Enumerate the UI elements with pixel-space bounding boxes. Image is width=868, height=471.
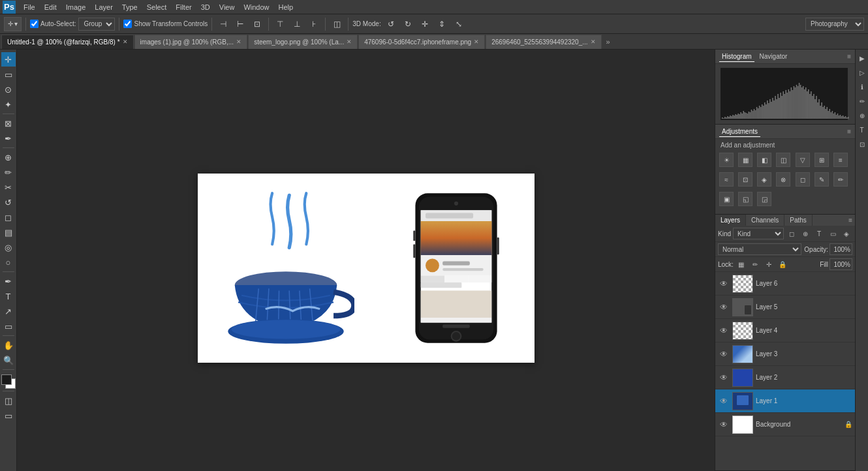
pen-tool[interactable]: ✒ bbox=[1, 274, 16, 288]
auto-align-btn[interactable]: ◫ bbox=[330, 17, 344, 31]
adj-threshold-btn[interactable]: ✏ bbox=[833, 172, 848, 187]
fill-input[interactable] bbox=[829, 258, 852, 270]
group-select[interactable]: Group bbox=[78, 18, 115, 31]
layer-item-5[interactable]: 👁 Layer 5 bbox=[715, 296, 855, 319]
crop-tool[interactable]: ⊠ bbox=[1, 116, 16, 130]
menu-file[interactable]: File bbox=[20, 2, 39, 12]
align-center-btn[interactable]: ⊢ bbox=[233, 17, 247, 31]
layer-filter-type-btn[interactable]: T bbox=[813, 228, 825, 239]
3d-slide-btn[interactable]: ⇕ bbox=[435, 17, 449, 31]
hand-tool[interactable]: ✋ bbox=[1, 338, 16, 352]
lock-position-btn[interactable]: ✛ bbox=[763, 258, 775, 270]
layer-item-3[interactable]: 👁 Layer 3 bbox=[715, 342, 855, 366]
menu-image[interactable]: Image bbox=[62, 2, 90, 12]
right-icon-type[interactable]: T bbox=[856, 124, 868, 136]
right-icon-collapse[interactable]: ▶ bbox=[856, 52, 868, 64]
menu-layer[interactable]: Layer bbox=[91, 2, 117, 12]
lock-all-btn[interactable]: 🔒 bbox=[777, 258, 788, 270]
layer-filter-pixel-btn[interactable]: ◻ bbox=[786, 228, 798, 239]
layer-6-visibility[interactable]: 👁 bbox=[718, 278, 730, 290]
color-swatches[interactable] bbox=[1, 374, 16, 389]
channels-tab[interactable]: Channels bbox=[746, 215, 784, 226]
layer-item-6[interactable]: 👁 Layer 6 bbox=[715, 272, 855, 296]
right-icon-path[interactable]: ⊡ bbox=[856, 138, 868, 150]
auto-select-input[interactable] bbox=[30, 20, 39, 28]
clone-tool[interactable]: ✂ bbox=[1, 180, 16, 194]
tab-3-close[interactable]: ✕ bbox=[474, 38, 479, 45]
adj-bw-btn[interactable]: ≈ bbox=[719, 172, 734, 187]
3d-roll-btn[interactable]: ↻ bbox=[401, 17, 415, 31]
adj-brightness-btn[interactable]: ☀ bbox=[719, 153, 734, 167]
adj-posterize-btn[interactable]: ✎ bbox=[814, 172, 829, 187]
tab-4-close[interactable]: ✕ bbox=[591, 38, 596, 45]
blur-tool[interactable]: ◎ bbox=[1, 240, 16, 254]
history-brush-tool[interactable]: ↺ bbox=[1, 195, 16, 209]
lock-image-btn[interactable]: ✏ bbox=[749, 258, 761, 270]
dodge-tool[interactable]: ○ bbox=[1, 255, 16, 269]
menu-view[interactable]: View bbox=[215, 2, 239, 12]
layer-5-visibility[interactable]: 👁 bbox=[718, 301, 730, 313]
tab-1[interactable]: images (1).jpg @ 100% (RGB,... ✕ bbox=[134, 35, 248, 49]
layer-item-4[interactable]: 👁 Layer 4 bbox=[715, 319, 855, 342]
menu-filter[interactable]: Filter bbox=[172, 2, 195, 12]
navigator-tab[interactable]: Navigator bbox=[757, 52, 790, 61]
kind-select[interactable]: Kind bbox=[733, 228, 784, 239]
tab-3[interactable]: 476096-0-5d6f4cc7.iphoneframe.png ✕ bbox=[358, 35, 485, 49]
tab-2[interactable]: steem_logo.png @ 100% (La... ✕ bbox=[248, 35, 358, 49]
3d-pan-btn[interactable]: ✛ bbox=[418, 17, 432, 31]
paths-tab[interactable]: Paths bbox=[784, 215, 813, 226]
layer-1-visibility[interactable]: 👁 bbox=[718, 395, 730, 407]
fg-color-swatch[interactable] bbox=[1, 374, 12, 385]
eyedropper-tool[interactable]: ✒ bbox=[1, 131, 16, 145]
type-tool[interactable]: T bbox=[1, 289, 16, 303]
show-transform-input[interactable] bbox=[123, 20, 132, 28]
align-right-btn[interactable]: ⊡ bbox=[250, 17, 264, 31]
screen-mode-btn[interactable]: ▭ bbox=[1, 408, 16, 423]
adj-channelmixer-btn[interactable]: ◈ bbox=[757, 172, 771, 187]
distribute-right-btn[interactable]: ⊦ bbox=[307, 17, 321, 31]
align-left-btn[interactable]: ⊣ bbox=[216, 17, 230, 31]
adj-photofilter-btn[interactable]: ⊡ bbox=[738, 172, 752, 187]
adj-colorbalance-btn[interactable]: ≡ bbox=[833, 153, 848, 167]
3d-rotate-btn[interactable]: ↺ bbox=[384, 17, 398, 31]
3d-scale-btn[interactable]: ⤡ bbox=[452, 17, 466, 31]
layers-tab[interactable]: Layers bbox=[715, 215, 746, 226]
adj-hue-btn[interactable]: ⊞ bbox=[814, 153, 829, 167]
layer-filter-smart-btn[interactable]: ◈ bbox=[841, 228, 852, 239]
adj-curves-btn[interactable]: ◧ bbox=[757, 153, 771, 167]
menu-window[interactable]: Window bbox=[240, 2, 273, 12]
layer-2-visibility[interactable]: 👁 bbox=[718, 372, 730, 384]
healing-tool[interactable]: ⊕ bbox=[1, 150, 16, 164]
right-icon-clone[interactable]: ⊕ bbox=[856, 110, 868, 121]
adj-colorlookup-btn[interactable]: ⊗ bbox=[776, 172, 790, 187]
adj-exposure-btn[interactable]: ◫ bbox=[776, 153, 790, 167]
adj-selective-btn[interactable]: ◱ bbox=[738, 192, 752, 206]
move-tool-btn[interactable]: ✛ ▾ bbox=[4, 17, 22, 31]
move-tool[interactable]: ✛ bbox=[1, 52, 16, 67]
tab-0-close[interactable]: ✕ bbox=[123, 38, 128, 45]
magic-wand-tool[interactable]: ✦ bbox=[1, 97, 16, 112]
menu-3d[interactable]: 3D bbox=[197, 2, 214, 12]
histogram-collapse[interactable]: ≡ bbox=[847, 53, 851, 60]
distribute-left-btn[interactable]: ⊤ bbox=[273, 17, 287, 31]
tab-4[interactable]: 26696460_525563994492320_... ✕ bbox=[486, 35, 601, 49]
canvas[interactable] bbox=[198, 174, 535, 363]
menu-type[interactable]: Type bbox=[118, 2, 142, 12]
right-icon-play[interactable]: ▷ bbox=[856, 67, 868, 78]
right-icon-brush[interactable]: ✏ bbox=[856, 95, 868, 107]
layer-item-1[interactable]: 👁 Layer 1 bbox=[715, 389, 855, 413]
layer-filter-adj-btn[interactable]: ⊕ bbox=[799, 228, 811, 239]
quick-mask-btn[interactable]: ◫ bbox=[1, 393, 16, 408]
menu-edit[interactable]: Edit bbox=[40, 2, 61, 12]
shape-tool[interactable]: ▭ bbox=[1, 319, 16, 333]
menu-select[interactable]: Select bbox=[143, 2, 171, 12]
tab-0[interactable]: Untitled-1 @ 100% (@farizqi, RGB/8) * ✕ bbox=[1, 35, 134, 49]
eraser-tool[interactable]: ◻ bbox=[1, 210, 16, 224]
blend-mode-select[interactable]: Normal bbox=[718, 243, 801, 255]
right-icon-info[interactable]: ℹ bbox=[856, 81, 868, 93]
opacity-input[interactable] bbox=[829, 243, 852, 255]
workspace-select[interactable]: Photography bbox=[805, 18, 864, 31]
lock-transparent-btn[interactable]: ▦ bbox=[736, 258, 747, 270]
tab-2-close[interactable]: ✕ bbox=[347, 38, 352, 45]
path-selection-tool[interactable]: ↗ bbox=[1, 304, 16, 318]
